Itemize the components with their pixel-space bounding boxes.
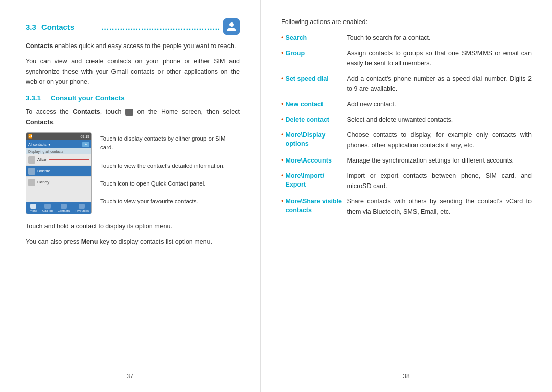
- access-text: To access the Contacts, touch on the Hom…: [26, 107, 240, 127]
- phone-contact-row-bonnie: Bonnie: [26, 166, 91, 177]
- action-term-new-contact: New contact: [286, 99, 347, 109]
- contacts-btn: Contacts: [58, 204, 70, 212]
- action-term-import-1: More\Import/: [286, 171, 347, 181]
- bullet: •: [281, 196, 284, 206]
- action-item-accounts: • More\Accounts Manage the synchronizati…: [281, 155, 532, 166]
- section-number: 3.3: [26, 22, 36, 31]
- action-term-speed-dial: Set speed dial: [286, 74, 347, 84]
- action-desc-share-visible: Share contacts with others by sending th…: [347, 196, 532, 217]
- callout-text-2: Touch to view the contact's detailed inf…: [100, 162, 225, 170]
- action-term-import-2: Export: [286, 181, 347, 188]
- phone-mockup-area: 📶 09:19 All contacts ▼ + Displaying all …: [26, 132, 240, 214]
- action-term-group: Group: [286, 48, 347, 58]
- contact-avatar-alice: [28, 156, 35, 164]
- bottom-notes: Touch and hold a contact to display its …: [26, 221, 240, 247]
- action-desc-new-contact: Add new contact.: [347, 99, 532, 109]
- bullet: •: [281, 33, 284, 43]
- phone-contact-row-alice: Alice: [26, 154, 91, 166]
- callout-text-1: Touch to display contacts by either grou…: [100, 134, 240, 152]
- callout-text-4: Touch to view your favourite contacts.: [100, 197, 198, 206]
- action-desc-import-export: Import or export contacts between phone,…: [347, 171, 532, 191]
- action-term-share-2: contacts: [286, 206, 347, 214]
- person-icon: [226, 21, 237, 32]
- subsection-number: 3.3.1: [26, 94, 41, 102]
- callout-1: Touch to display contacts by either grou…: [100, 134, 240, 152]
- bullet: •: [281, 74, 284, 84]
- action-item-group: • Group Assign contacts to groups so tha…: [281, 48, 532, 68]
- action-term-accounts: More\Accounts: [286, 155, 347, 166]
- bullet: •: [281, 155, 284, 166]
- left-page-number: 37: [127, 373, 133, 380]
- action-item-search: • Search Touch to search for a contact.: [281, 33, 532, 43]
- action-item-share-visible: • More\Share visible contacts Share cont…: [281, 196, 532, 217]
- right-page: Following actions are enabled: • Search …: [261, 0, 552, 392]
- callout-text-3: Touch icon to open Quick Contact panel.: [100, 179, 206, 188]
- action-term-block-display: More\Display options: [286, 130, 347, 147]
- bullet: •: [281, 99, 284, 109]
- phone-add-btn: +: [82, 142, 89, 147]
- action-term-search: Search: [286, 33, 347, 43]
- action-desc-display-options: Choose contacts to display, for example …: [347, 130, 532, 150]
- action-term-delete-contact: Delete contact: [286, 114, 347, 125]
- grid-icon: [125, 109, 133, 116]
- phone-contact-row-candy: Candy: [26, 177, 91, 188]
- action-item-import-export: • More\Import/ Export Import or export c…: [281, 171, 532, 191]
- action-term-display-2: options: [286, 140, 347, 147]
- action-desc-speed-dial: Add a contact's phone number as a speed …: [347, 74, 532, 94]
- action-item-display-options: • More\Display options Choose contacts t…: [281, 130, 532, 150]
- bottom-note-1: Touch and hold a contact to display its …: [26, 221, 240, 232]
- section-dots: ........................................…: [101, 22, 220, 31]
- contact-avatar-candy: [28, 179, 35, 186]
- subsection-title: Consult your Contacts: [51, 94, 125, 102]
- bullet: •: [281, 114, 284, 125]
- action-item-delete-contact: • Delete contact Select and delete unwan…: [281, 114, 532, 125]
- action-term-share-1: More\Share visible: [286, 196, 347, 206]
- callout-3: Touch icon to open Quick Contact panel.: [100, 179, 240, 188]
- action-list: • Search Touch to search for a contact. …: [281, 33, 532, 217]
- action-desc-delete-contact: Select and delete unwanted contacts.: [347, 114, 532, 125]
- action-desc-accounts: Manage the synchronization settings for …: [347, 155, 532, 166]
- right-page-number: 38: [403, 373, 409, 380]
- callout-4: Touch to view your favourite contacts.: [100, 197, 240, 206]
- intro-paragraph-1: Contacts enables quick and easy access t…: [26, 41, 240, 51]
- action-term-block-share: More\Share visible contacts: [286, 196, 347, 214]
- action-item-new-contact: • New contact Add new contact.: [281, 99, 532, 109]
- contacts-icon: [223, 18, 240, 35]
- bottom-note-2: You can also press Menu key to display c…: [26, 237, 240, 247]
- bullet: •: [281, 48, 284, 58]
- subsection-heading: 3.3.1 Consult your Contacts: [26, 94, 240, 102]
- section-title: Contacts: [41, 22, 101, 31]
- action-item-speed-dial: • Set speed dial Add a contact's phone n…: [281, 74, 532, 94]
- favourites-btn: Favourites: [75, 204, 89, 212]
- section-heading: 3.3 Contacts ...........................…: [26, 18, 240, 35]
- action-term-block-import: More\Import/ Export: [286, 171, 347, 188]
- bullet: •: [281, 130, 284, 140]
- callouts: Touch to display contacts by either grou…: [100, 132, 240, 206]
- phone-filter-bar: All contacts ▼ +: [26, 140, 91, 148]
- intro-paragraph-2: You can view and create contacts on your…: [26, 56, 240, 87]
- phone-screen: 📶 09:19 All contacts ▼ + Displaying all …: [26, 132, 92, 214]
- action-desc-group: Assign contacts to groups so that one SM…: [347, 48, 532, 68]
- bullet: •: [281, 171, 284, 181]
- callout-2: Touch to view the contact's detailed inf…: [100, 162, 240, 170]
- phone-btn: Phone: [29, 204, 37, 212]
- left-page: 3.3 Contacts ...........................…: [0, 0, 261, 392]
- phone-status-bar: 📶 09:19: [26, 133, 91, 140]
- following-text: Following actions are enabled:: [281, 18, 532, 26]
- alice-highlight-line: [49, 159, 89, 160]
- calllog-btn: Call log: [42, 204, 53, 212]
- action-desc-search: Touch to search for a contact.: [347, 33, 532, 43]
- contact-avatar-bonnie: [28, 168, 35, 175]
- phone-bottom-bar: Phone Call log Contacts Favourites: [26, 202, 91, 214]
- action-term-display-1: More\Display: [286, 130, 347, 140]
- phone-list-label: Displaying all contacts: [26, 148, 91, 154]
